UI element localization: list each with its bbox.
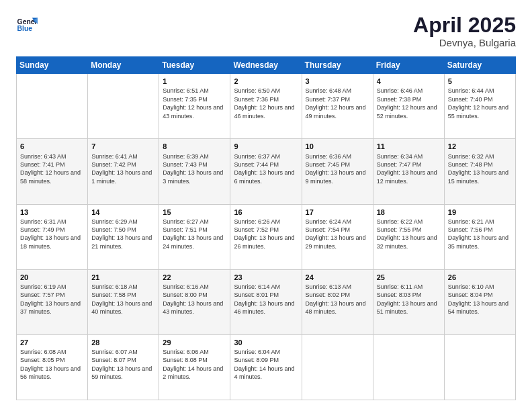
cell-info: Sunrise: 6:27 AMSunset: 7:51 PMDaylight:… bbox=[163, 218, 223, 250]
calendar-cell bbox=[373, 334, 444, 400]
day-number: 20 bbox=[20, 273, 84, 282]
cell-info: Sunrise: 6:29 AMSunset: 7:50 PMDaylight:… bbox=[91, 218, 152, 250]
cell-info: Sunrise: 6:36 AMSunset: 7:45 PMDaylight:… bbox=[306, 153, 366, 185]
calendar-cell: 20Sunrise: 6:19 AMSunset: 7:57 PMDayligh… bbox=[17, 269, 88, 334]
calendar-cell: 8Sunrise: 6:39 AMSunset: 7:43 PMDaylight… bbox=[159, 139, 230, 204]
calendar-cell: 18Sunrise: 6:22 AMSunset: 7:55 PMDayligh… bbox=[373, 204, 444, 269]
cell-info: Sunrise: 6:48 AMSunset: 7:37 PMDaylight:… bbox=[306, 87, 366, 119]
cell-info: Sunrise: 6:41 AMSunset: 7:42 PMDaylight:… bbox=[91, 153, 152, 185]
col-monday: Monday bbox=[88, 57, 159, 74]
calendar: Sunday Monday Tuesday Wednesday Thursday… bbox=[16, 56, 516, 400]
cell-info: Sunrise: 6:46 AMSunset: 7:38 PMDaylight:… bbox=[377, 87, 437, 119]
day-number: 21 bbox=[91, 273, 155, 282]
cell-info: Sunrise: 6:31 AMSunset: 7:49 PMDaylight:… bbox=[20, 218, 81, 250]
cell-info: Sunrise: 6:32 AMSunset: 7:48 PMDaylight:… bbox=[448, 153, 508, 185]
day-number: 2 bbox=[234, 77, 298, 86]
calendar-cell: 12Sunrise: 6:32 AMSunset: 7:48 PMDayligh… bbox=[444, 139, 515, 204]
day-number: 7 bbox=[91, 142, 155, 151]
day-number: 12 bbox=[448, 142, 512, 151]
calendar-cell: 7Sunrise: 6:41 AMSunset: 7:42 PMDaylight… bbox=[88, 139, 159, 204]
day-number: 9 bbox=[234, 142, 298, 151]
location: Devnya, Bulgaria bbox=[413, 37, 516, 48]
calendar-cell: 4Sunrise: 6:46 AMSunset: 7:38 PMDaylight… bbox=[373, 74, 444, 139]
cell-info: Sunrise: 6:16 AMSunset: 8:00 PMDaylight:… bbox=[163, 283, 223, 315]
cell-info: Sunrise: 6:24 AMSunset: 7:54 PMDaylight:… bbox=[306, 218, 366, 250]
calendar-cell: 26Sunrise: 6:10 AMSunset: 8:04 PMDayligh… bbox=[444, 269, 515, 334]
day-number: 3 bbox=[306, 77, 369, 86]
calendar-cell: 23Sunrise: 6:14 AMSunset: 8:01 PMDayligh… bbox=[230, 269, 302, 334]
col-saturday: Saturday bbox=[444, 57, 515, 74]
cell-info: Sunrise: 6:11 AMSunset: 8:03 PMDaylight:… bbox=[377, 283, 437, 315]
svg-text:Blue: Blue bbox=[17, 25, 33, 32]
day-number: 28 bbox=[91, 338, 155, 347]
calendar-cell: 10Sunrise: 6:36 AMSunset: 7:45 PMDayligh… bbox=[302, 139, 373, 204]
calendar-cell bbox=[88, 74, 159, 139]
cell-info: Sunrise: 6:39 AMSunset: 7:43 PMDaylight:… bbox=[163, 153, 223, 185]
cell-info: Sunrise: 6:43 AMSunset: 7:41 PMDaylight:… bbox=[20, 153, 81, 185]
cell-info: Sunrise: 6:22 AMSunset: 7:55 PMDaylight:… bbox=[377, 218, 437, 250]
day-number: 27 bbox=[20, 338, 84, 347]
calendar-cell: 17Sunrise: 6:24 AMSunset: 7:54 PMDayligh… bbox=[302, 204, 373, 269]
day-number: 11 bbox=[377, 142, 441, 151]
col-wednesday: Wednesday bbox=[230, 57, 302, 74]
cell-info: Sunrise: 6:04 AMSunset: 8:09 PMDaylight:… bbox=[234, 349, 294, 380]
calendar-cell: 28Sunrise: 6:07 AMSunset: 8:07 PMDayligh… bbox=[88, 334, 159, 400]
logo-icon: General Blue bbox=[16, 13, 38, 35]
calendar-cell bbox=[444, 334, 515, 400]
cell-info: Sunrise: 6:21 AMSunset: 7:56 PMDaylight:… bbox=[448, 218, 508, 250]
col-thursday: Thursday bbox=[302, 57, 373, 74]
col-sunday: Sunday bbox=[17, 57, 88, 74]
calendar-cell: 19Sunrise: 6:21 AMSunset: 7:56 PMDayligh… bbox=[444, 204, 515, 269]
calendar-cell: 14Sunrise: 6:29 AMSunset: 7:50 PMDayligh… bbox=[88, 204, 159, 269]
header-row: Sunday Monday Tuesday Wednesday Thursday… bbox=[17, 57, 516, 74]
day-number: 25 bbox=[377, 273, 441, 282]
day-number: 8 bbox=[163, 142, 226, 151]
day-number: 19 bbox=[448, 208, 512, 217]
day-number: 18 bbox=[377, 208, 441, 217]
page: General Blue April 2025 Devnya, Bulgaria… bbox=[0, 0, 532, 411]
day-number: 22 bbox=[163, 273, 226, 282]
calendar-cell: 22Sunrise: 6:16 AMSunset: 8:00 PMDayligh… bbox=[159, 269, 230, 334]
calendar-cell: 15Sunrise: 6:27 AMSunset: 7:51 PMDayligh… bbox=[159, 204, 230, 269]
day-number: 29 bbox=[163, 338, 226, 347]
calendar-cell: 29Sunrise: 6:06 AMSunset: 8:08 PMDayligh… bbox=[159, 334, 230, 400]
cell-info: Sunrise: 6:13 AMSunset: 8:02 PMDaylight:… bbox=[306, 283, 366, 315]
title-block: April 2025 Devnya, Bulgaria bbox=[413, 13, 516, 48]
calendar-cell: 16Sunrise: 6:26 AMSunset: 7:52 PMDayligh… bbox=[230, 204, 302, 269]
cell-info: Sunrise: 6:26 AMSunset: 7:52 PMDaylight:… bbox=[234, 218, 294, 250]
month-title: April 2025 bbox=[413, 13, 516, 37]
calendar-cell bbox=[17, 74, 88, 139]
day-number: 23 bbox=[234, 273, 298, 282]
calendar-cell: 24Sunrise: 6:13 AMSunset: 8:02 PMDayligh… bbox=[302, 269, 373, 334]
cell-info: Sunrise: 6:34 AMSunset: 7:47 PMDaylight:… bbox=[377, 153, 437, 185]
day-number: 26 bbox=[448, 273, 512, 282]
calendar-cell: 3Sunrise: 6:48 AMSunset: 7:37 PMDaylight… bbox=[302, 74, 373, 139]
calendar-cell: 11Sunrise: 6:34 AMSunset: 7:47 PMDayligh… bbox=[373, 139, 444, 204]
cell-info: Sunrise: 6:51 AMSunset: 7:35 PMDaylight:… bbox=[163, 87, 223, 119]
day-number: 24 bbox=[306, 273, 369, 282]
calendar-cell: 5Sunrise: 6:44 AMSunset: 7:40 PMDaylight… bbox=[444, 74, 515, 139]
calendar-cell bbox=[302, 334, 373, 400]
day-number: 15 bbox=[163, 208, 226, 217]
day-number: 10 bbox=[306, 142, 369, 151]
cell-info: Sunrise: 6:06 AMSunset: 8:08 PMDaylight:… bbox=[163, 349, 223, 380]
calendar-cell: 25Sunrise: 6:11 AMSunset: 8:03 PMDayligh… bbox=[373, 269, 444, 334]
col-tuesday: Tuesday bbox=[159, 57, 230, 74]
cell-info: Sunrise: 6:19 AMSunset: 7:57 PMDaylight:… bbox=[20, 283, 81, 315]
calendar-cell: 13Sunrise: 6:31 AMSunset: 7:49 PMDayligh… bbox=[17, 204, 88, 269]
calendar-cell: 21Sunrise: 6:18 AMSunset: 7:58 PMDayligh… bbox=[88, 269, 159, 334]
header: General Blue April 2025 Devnya, Bulgaria bbox=[16, 13, 516, 48]
logo: General Blue bbox=[16, 13, 38, 35]
cell-info: Sunrise: 6:50 AMSunset: 7:36 PMDaylight:… bbox=[234, 87, 294, 119]
day-number: 17 bbox=[306, 208, 369, 217]
day-number: 30 bbox=[234, 338, 298, 347]
cell-info: Sunrise: 6:07 AMSunset: 8:07 PMDaylight:… bbox=[91, 349, 152, 380]
calendar-week-4: 20Sunrise: 6:19 AMSunset: 7:57 PMDayligh… bbox=[17, 269, 516, 334]
calendar-week-1: 1Sunrise: 6:51 AMSunset: 7:35 PMDaylight… bbox=[17, 74, 516, 139]
cell-info: Sunrise: 6:08 AMSunset: 8:05 PMDaylight:… bbox=[20, 349, 81, 380]
cell-info: Sunrise: 6:14 AMSunset: 8:01 PMDaylight:… bbox=[234, 283, 294, 315]
calendar-cell: 27Sunrise: 6:08 AMSunset: 8:05 PMDayligh… bbox=[17, 334, 88, 400]
day-number: 5 bbox=[448, 77, 512, 86]
day-number: 1 bbox=[163, 77, 226, 86]
day-number: 13 bbox=[20, 208, 84, 217]
